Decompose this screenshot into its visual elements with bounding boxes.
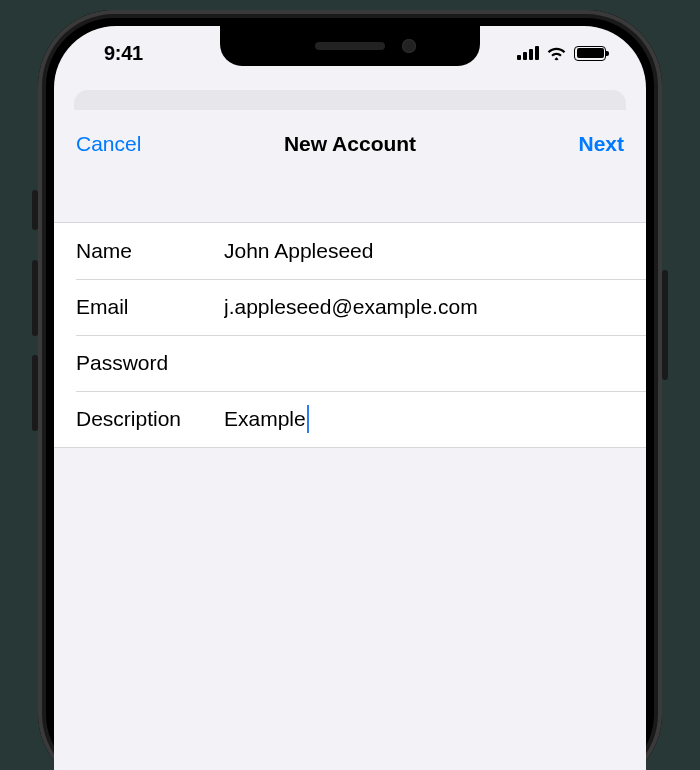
speaker-grille xyxy=(315,42,385,50)
status-time: 9:41 xyxy=(90,42,143,65)
email-input[interactable] xyxy=(224,295,624,319)
text-cursor xyxy=(307,405,310,433)
battery-icon xyxy=(574,46,606,61)
wifi-icon xyxy=(546,46,567,61)
status-icons xyxy=(517,46,610,61)
next-button[interactable]: Next xyxy=(578,132,624,156)
cellular-signal-icon xyxy=(517,46,539,60)
navigation-bar: Cancel New Account Next xyxy=(54,110,646,178)
modal-title: New Account xyxy=(176,132,524,156)
front-camera xyxy=(402,39,416,53)
power-button xyxy=(662,270,668,380)
modal-sheet: Cancel New Account Next Name Email Passw… xyxy=(54,110,646,770)
name-label: Name xyxy=(76,239,224,263)
password-row[interactable]: Password xyxy=(54,335,646,391)
email-label: Email xyxy=(76,295,224,319)
name-row[interactable]: Name xyxy=(54,223,646,279)
name-input[interactable] xyxy=(224,239,624,263)
cancel-button[interactable]: Cancel xyxy=(76,132,141,156)
description-label: Description xyxy=(76,407,224,431)
account-form: Name Email Password Description Example xyxy=(54,222,646,448)
phone-frame: 9:41 Cancel New Account xyxy=(38,10,662,770)
description-row[interactable]: Description Example xyxy=(54,391,646,447)
silence-switch xyxy=(32,190,38,230)
description-value[interactable]: Example xyxy=(224,407,306,431)
notch xyxy=(220,26,480,66)
password-label: Password xyxy=(76,351,224,375)
email-row[interactable]: Email xyxy=(54,279,646,335)
screen: 9:41 Cancel New Account xyxy=(54,26,646,770)
password-input[interactable] xyxy=(224,351,624,375)
volume-up-button xyxy=(32,260,38,336)
volume-down-button xyxy=(32,355,38,431)
